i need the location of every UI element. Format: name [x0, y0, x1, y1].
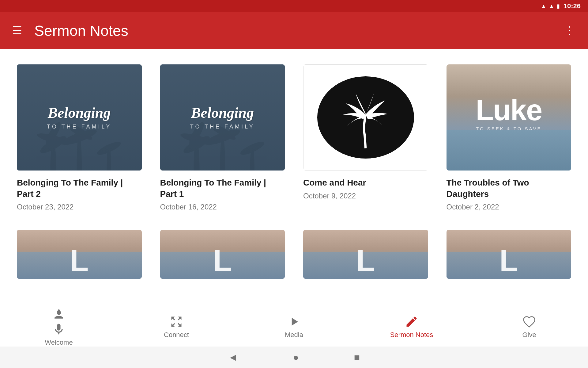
card-come-and-hear[interactable]: Come and Hear October 9, 2022 — [303, 64, 428, 211]
home-button[interactable]: ● — [293, 352, 299, 363]
card-partial-1[interactable]: L — [17, 230, 142, 286]
nav-label-welcome: Welcome — [45, 339, 73, 347]
status-icons: ▲ ▲ ▮ — [541, 3, 560, 10]
nav-item-media[interactable]: Media — [235, 315, 353, 339]
card-luke[interactable]: Luke To Seek & To Save The Troubles of T… — [447, 64, 571, 211]
belonging-cursive-2: Belonging — [191, 105, 254, 121]
card-date-1: October 23, 2022 — [17, 203, 142, 211]
card-title-2: Belonging To The Family | Part 1 — [160, 177, 285, 200]
give-icon — [522, 315, 536, 328]
card-date-2: October 16, 2022 — [160, 203, 285, 211]
card-date-4: October 2, 2022 — [447, 203, 571, 211]
nav-item-welcome[interactable]: Welcome — [0, 307, 118, 347]
status-bar: ▲ ▲ ▮ 10:26 — [0, 0, 588, 12]
card-title-1: Belonging To The Family | Part 2 — [17, 177, 142, 200]
belonging-sub-2: To The Family — [190, 124, 255, 130]
nav-label-connect: Connect — [164, 331, 189, 339]
belonging-sub-1: To The Family — [47, 124, 111, 130]
partial-letter-4: L — [499, 245, 518, 276]
card-thumbnail-partial-2: L — [160, 230, 285, 279]
hamburger-icon[interactable]: ☰ — [12, 25, 22, 36]
belonging-cursive-1: Belonging — [48, 105, 111, 121]
card-thumbnail-4: Luke To Seek & To Save — [447, 64, 571, 171]
card-grid: Belonging To The Family Belonging To The… — [17, 64, 571, 286]
nav-item-sermon-notes[interactable]: Sermon Notes — [353, 315, 470, 339]
card-date-3: October 9, 2022 — [303, 192, 428, 200]
card-thumbnail-partial-4: L — [447, 230, 571, 279]
card-title-4: The Troubles of Two Daughters — [447, 177, 571, 200]
status-time: 10:26 — [564, 2, 581, 10]
nav-label-media: Media — [285, 331, 303, 339]
media-icon — [287, 315, 301, 328]
luke-title-text: Luke — [476, 97, 542, 123]
mic-icon — [52, 323, 66, 336]
nav-label-give: Give — [522, 331, 536, 339]
nav-label-sermon-notes: Sermon Notes — [390, 331, 433, 339]
card-thumbnail-partial-3: L — [303, 230, 428, 279]
sermon-notes-icon — [405, 315, 418, 328]
partial-letter-1: L — [70, 245, 89, 276]
palm-tree-icon — [329, 86, 402, 148]
partial-letter-2: L — [213, 245, 232, 276]
app-title: Sermon Notes — [34, 22, 564, 39]
wifi-icon: ▲ — [541, 3, 546, 10]
card-thumbnail-2: Belonging To The Family — [160, 64, 285, 171]
luke-sub-text: To Seek & To Save — [476, 126, 542, 131]
card-thumbnail-partial-1: L — [17, 230, 142, 279]
main-content: Belonging To The Family Belonging To The… — [0, 49, 588, 319]
battery-icon: ▮ — [557, 3, 560, 10]
partial-letter-3: L — [356, 245, 375, 276]
back-button[interactable]: ◄ — [228, 352, 238, 363]
card-thumbnail-1: Belonging To The Family — [17, 64, 142, 171]
card-partial-3[interactable]: L — [303, 230, 428, 286]
card-title-3: Come and Hear — [303, 177, 428, 188]
system-nav-bar: ◄ ● ■ — [0, 347, 588, 368]
welcome-icon — [52, 307, 65, 320]
card-thumbnail-3 — [303, 64, 428, 171]
hear-circle — [317, 76, 414, 159]
recent-button[interactable]: ■ — [354, 352, 360, 363]
card-belonging-part2[interactable]: Belonging To The Family Belonging To The… — [17, 64, 142, 211]
svg-point-18 — [58, 309, 60, 312]
bottom-navigation: Welcome Connect Media Sermon Notes Give — [0, 307, 588, 347]
card-belonging-part1[interactable]: Belonging To The Family Belonging To The… — [160, 64, 285, 211]
more-options-icon[interactable]: ⋮ — [564, 24, 576, 37]
nav-item-give[interactable]: Give — [470, 315, 588, 339]
card-partial-4[interactable]: L — [447, 230, 571, 286]
signal-icon: ▲ — [549, 3, 554, 10]
card-partial-2[interactable]: L — [160, 230, 285, 286]
nav-item-connect[interactable]: Connect — [118, 315, 235, 339]
app-bar: ☰ Sermon Notes ⋮ — [0, 12, 588, 49]
connect-icon — [170, 315, 183, 328]
